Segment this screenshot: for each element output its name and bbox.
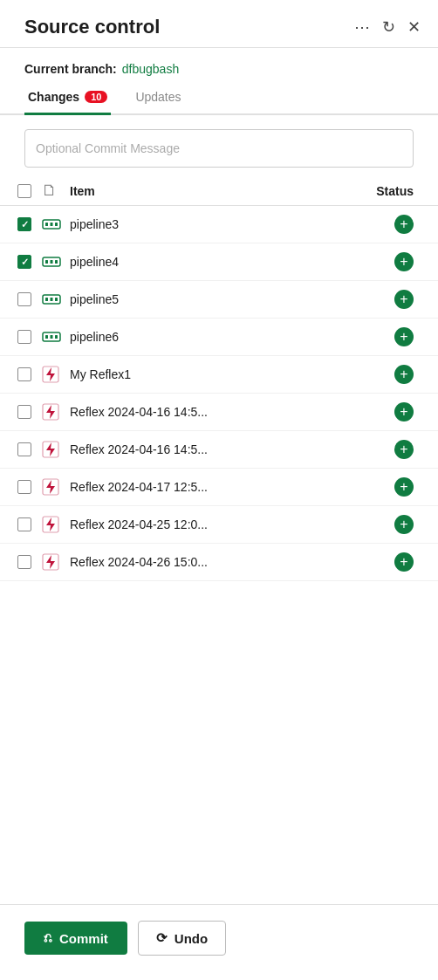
reflex-icon [42, 403, 68, 421]
reflex-icon [42, 478, 68, 496]
file-name: My Reflex1 [68, 367, 387, 381]
svg-rect-2 [51, 223, 53, 226]
svg-rect-1 [45, 223, 48, 226]
file-checkbox[interactable] [17, 405, 31, 419]
file-checkbox[interactable] [17, 217, 31, 231]
status-add-icon: + [394, 290, 414, 309]
file-name: Reflex 2024-04-16 14:5... [68, 405, 387, 419]
reflex-icon [42, 553, 68, 571]
file-name: pipeline4 [68, 255, 387, 269]
table-row: Reflex 2024-04-26 15:0...+ [0, 544, 438, 581]
status-add-icon: + [394, 327, 414, 346]
branch-row: Current branch: dfbugbash [0, 48, 438, 83]
header-item-label: Item [68, 184, 361, 198]
branch-name: dfbugbash [122, 62, 179, 76]
svg-rect-13 [45, 335, 48, 339]
file-name: pipeline3 [68, 217, 387, 231]
panel-header: Source control ⋯ ↻ ✕ [0, 0, 438, 48]
table-row: pipeline3+ [0, 206, 438, 243]
reflex-icon [42, 516, 68, 533]
branch-label: Current branch: [24, 62, 117, 76]
file-checkbox[interactable] [17, 480, 31, 494]
header-checkbox-area [17, 184, 42, 198]
table-row: Reflex 2024-04-25 12:0...+ [0, 506, 438, 544]
reflex-icon [42, 441, 68, 458]
svg-rect-15 [55, 335, 58, 339]
status-add-icon: + [394, 402, 414, 421]
svg-rect-9 [45, 298, 48, 301]
file-list: pipeline3+ pipeline4+ pipeline5+ pipelin… [0, 206, 438, 904]
status-add-icon: + [394, 215, 414, 234]
file-checkbox[interactable] [17, 292, 31, 306]
table-row: pipeline4+ [0, 243, 438, 281]
file-name: Reflex 2024-04-17 12:5... [68, 480, 387, 494]
file-checkbox[interactable] [17, 517, 31, 531]
file-status: + [387, 440, 414, 459]
table-row: pipeline5+ [0, 281, 438, 319]
file-checkbox[interactable] [17, 555, 31, 569]
file-status: + [387, 252, 414, 271]
file-checkbox[interactable] [17, 442, 31, 456]
pipeline-svg [42, 291, 61, 307]
svg-rect-5 [45, 260, 48, 264]
list-header: 🗋 Item Status [0, 176, 438, 206]
tab-bar: Changes 10 Updates [0, 83, 438, 115]
commit-message-input[interactable] [24, 129, 414, 168]
reflex-svg [42, 478, 59, 496]
status-add-icon: + [394, 477, 414, 497]
file-name: pipeline6 [68, 330, 387, 344]
source-control-panel: Source control ⋯ ↻ ✕ Current branch: dfb… [0, 0, 438, 980]
tab-updates-label: Updates [135, 90, 181, 104]
pipeline-icon [42, 216, 68, 232]
select-all-checkbox[interactable] [17, 184, 31, 198]
pipeline-svg [42, 254, 61, 270]
header-status-label: Status [361, 184, 414, 198]
pipeline-svg [42, 329, 61, 345]
refresh-icon[interactable]: ↻ [382, 17, 395, 37]
header-file-icon: 🗋 [42, 182, 58, 199]
commit-icon: ⎌ [44, 930, 52, 946]
file-checkbox[interactable] [17, 255, 31, 269]
header-icon-group: ⋯ ↻ ✕ [354, 17, 421, 37]
table-row: Reflex 2024-04-16 14:5...+ [0, 394, 438, 431]
commit-button[interactable]: ⎌ Commit [24, 922, 127, 955]
pipeline-icon [42, 329, 68, 345]
tab-changes[interactable]: Changes 10 [24, 83, 111, 115]
reflex-svg [42, 553, 59, 571]
svg-rect-10 [51, 298, 53, 301]
reflex-svg [42, 366, 59, 383]
file-checkbox[interactable] [17, 330, 31, 344]
undo-label: Undo [175, 931, 208, 946]
svg-rect-14 [51, 335, 53, 339]
commit-message-area [0, 115, 438, 176]
reflex-icon [42, 366, 68, 383]
footer: ⎌ Commit ⟳ Undo [0, 904, 438, 980]
reflex-svg [42, 441, 59, 458]
file-status: + [387, 477, 414, 497]
pipeline-svg [42, 216, 61, 232]
file-status: + [387, 215, 414, 234]
tab-changes-label: Changes [28, 90, 79, 104]
table-row: My Reflex1+ [0, 356, 438, 394]
close-icon[interactable]: ✕ [407, 17, 421, 37]
file-status: + [387, 515, 414, 534]
table-row: pipeline6+ [0, 319, 438, 356]
undo-button[interactable]: ⟳ Undo [138, 921, 226, 956]
status-add-icon: + [394, 440, 414, 459]
table-row: Reflex 2024-04-16 14:5...+ [0, 431, 438, 469]
file-name: Reflex 2024-04-26 15:0... [68, 555, 387, 569]
file-status: + [387, 552, 414, 572]
file-status: + [387, 402, 414, 421]
tab-changes-badge: 10 [85, 91, 107, 103]
status-add-icon: + [394, 515, 414, 534]
file-checkbox[interactable] [17, 367, 31, 381]
file-status: + [387, 290, 414, 309]
pipeline-icon [42, 291, 68, 307]
commit-label: Commit [59, 931, 108, 946]
ellipsis-icon[interactable]: ⋯ [354, 17, 370, 37]
pipeline-icon [42, 254, 68, 270]
tab-updates[interactable]: Updates [132, 83, 184, 115]
file-name: Reflex 2024-04-25 12:0... [68, 517, 387, 531]
reflex-svg [42, 516, 59, 533]
table-row: Reflex 2024-04-17 12:5...+ [0, 469, 438, 506]
